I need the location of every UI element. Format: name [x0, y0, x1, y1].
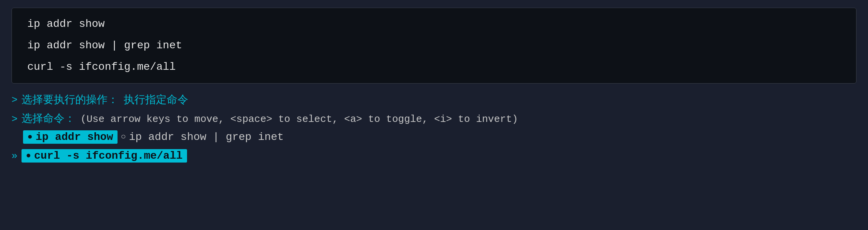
- action-label-selected: 执行指定命令: [124, 93, 188, 108]
- choice-2-bullet: ○: [121, 132, 126, 142]
- command-hint: (Use arrow keys to move, <space> to sele…: [81, 112, 518, 126]
- action-arrow: >: [12, 93, 18, 107]
- choices-arrow: [12, 131, 18, 143]
- last-choice-row[interactable]: » ● curl -s ifconfig.me/all: [12, 149, 856, 163]
- last-choice-bullet: ●: [26, 151, 31, 161]
- choice-1-text: ip addr show: [36, 131, 113, 143]
- command-arrow: >: [12, 112, 18, 126]
- command-label-chinese: 选择命令：: [22, 112, 75, 127]
- command-row[interactable]: > 选择命令： (Use arrow keys to move, <space>…: [12, 112, 856, 127]
- code-line-3: curl -s ifconfig.me/all: [27, 62, 841, 72]
- interactive-section: > 选择要执行的操作： 执行指定命令 > 选择命令： (Use arrow ke…: [12, 93, 856, 163]
- choice-1-bullet: ●: [28, 132, 33, 142]
- choices-row[interactable]: ● ip addr show ○ ip addr show | grep ine…: [12, 130, 856, 144]
- code-line-2: ip addr show | grep inet: [27, 40, 841, 51]
- choice-item-2-unselected[interactable]: ○ ip addr show | grep inet: [121, 131, 283, 143]
- last-choice-text: curl -s ifconfig.me/all: [34, 150, 182, 162]
- last-choice-selected[interactable]: ● curl -s ifconfig.me/all: [22, 149, 187, 163]
- code-block: ip addr show ip addr show | grep inet cu…: [12, 8, 856, 84]
- last-choice-double-arrow: »: [12, 150, 18, 162]
- action-label-chinese: 选择要执行的操作：: [22, 93, 118, 108]
- choice-item-1-selected[interactable]: ● ip addr show: [23, 130, 118, 144]
- action-row[interactable]: > 选择要执行的操作： 执行指定命令: [12, 93, 856, 108]
- choice-2-text: ip addr show | grep inet: [129, 131, 284, 143]
- code-line-1: ip addr show: [27, 19, 841, 30]
